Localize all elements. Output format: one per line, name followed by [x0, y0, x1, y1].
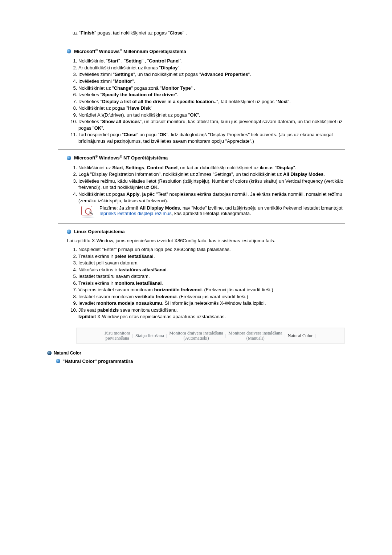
nav-item-current[interactable]: Natural Color: [287, 333, 313, 338]
list-item: Iestatiet savam monitoram vertikālo frek…: [78, 293, 345, 300]
note-block: Piezīme: Ja zīmnē All Display Modes, nav…: [80, 205, 345, 218]
section-small-natural-color: Natural Color: [47, 351, 348, 356]
linux-intro: Lai izpildītu X-Window, jums nepieciešam…: [67, 238, 345, 243]
list-item: Trešais ekrāns ir peles iestatīšanai.: [78, 253, 345, 260]
list-item: Nospiediet "Enter" pirmajā un otrajā log…: [78, 246, 345, 253]
divider: [58, 149, 345, 150]
section-title-natural-color-software: "Natural Color" programmatūra: [56, 358, 348, 364]
list-item: Ievadiet monitora modeļa nosaukumu. Šī i…: [78, 300, 345, 307]
ordered-list-millennium: Noklikšķiniet "Start" , "Setting" , "Con…: [58, 58, 345, 144]
list-item: Tad nospiediet pogu "Close" un pogu "OK"…: [78, 131, 345, 144]
list-item: Noklikšķiniet uz pogas "Have Disk": [78, 105, 345, 112]
section-title-linux: Linux Operētājsistēma: [67, 229, 345, 234]
list-item: Norādiet A:\(D:\driver), un tad noklikšķ…: [78, 112, 345, 118]
list-item: Izvēlieties režīmu, kādu vēlaties lietot…: [78, 178, 345, 191]
bullet-icon: [56, 359, 60, 363]
list-item: Noklikšķiniet "Start" , "Setting" , "Con…: [78, 58, 345, 64]
list-item: Noklikšķiniet uz pogas Apply, ja pēc "Te…: [78, 191, 345, 204]
magnifier-note-icon: [80, 205, 96, 218]
divider: [58, 223, 345, 224]
list-item: Izvēlieties "Show all devices", un atlas…: [78, 118, 345, 131]
ordered-list-nt: Noklikšķiniet uz Start, Settings, Contro…: [58, 165, 345, 204]
nav-item[interactable]: Jūsu monitora pievienošana: [105, 331, 130, 341]
list-item: Izvēlieties "Display a list of all the d…: [78, 98, 345, 105]
list-item: Vispirms iestatiet savam monitoram horiz…: [78, 287, 345, 293]
note-text: Piezīme: Ja zīmnē All Display Modes, nav…: [99, 205, 345, 216]
bottom-nav: Jūsu monitora pievienošana | Statņa liet…: [76, 328, 345, 344]
list-item: Nākošais ekrāns ir tastatūras atlasīšana…: [78, 267, 345, 273]
list-item: Iestatiet tastatūru savam datoram.: [78, 273, 345, 280]
nav-item[interactable]: Monitora draivera instalēšana (Automātis…: [169, 331, 223, 341]
bullet-icon: [67, 230, 71, 234]
list-item: Ar dubultklikšķi noklikšķiniet uz ikonas…: [78, 65, 345, 71]
list-item: Logā "Display Registration Information",…: [78, 171, 345, 178]
nav-item[interactable]: Monitora draivera instalēšana (Manuāli): [228, 331, 282, 341]
list-item: Trešais ekrāns ir monitora iestatīšanai.: [78, 280, 345, 287]
list-item: Iestatiet peli savam datoram.: [78, 260, 345, 266]
nav-item[interactable]: Statņa lietošana: [135, 333, 164, 338]
intro-text: uz "Finish" pogas, tad noklikšķiniet uz …: [73, 30, 345, 36]
bullet-icon: [67, 49, 71, 53]
list-item: Izvēlieties "Specify the location of the…: [78, 92, 345, 98]
divider: [58, 43, 345, 43]
list-item: Jūs esat pabeidzis sava monitora uzstādī…: [78, 307, 345, 320]
list-item: Noklikšķiniet uz "Change" pogas zonā "Mo…: [78, 85, 345, 92]
preset-modes-link[interactable]: Iepriekš iestatītos displeja režīmus: [99, 211, 172, 216]
list-item: Izvēlieties zīmni "Monitor".: [78, 78, 345, 85]
bullet-icon: [47, 351, 52, 355]
list-item: Noklikšķiniet uz Start, Settings, Contro…: [78, 165, 345, 171]
ordered-list-linux: Nospiediet "Enter" pirmajā un otrajā log…: [58, 246, 345, 320]
list-item: Izvēlieties zīmni "Settings", un tad nok…: [78, 71, 345, 78]
section-title-nt: Microsoft® Windows® NT Operētājsistēma: [67, 155, 345, 161]
section-title-millennium: Microsoft® Windows® Millennium Operētājs…: [67, 48, 345, 54]
bullet-icon: [67, 156, 71, 160]
